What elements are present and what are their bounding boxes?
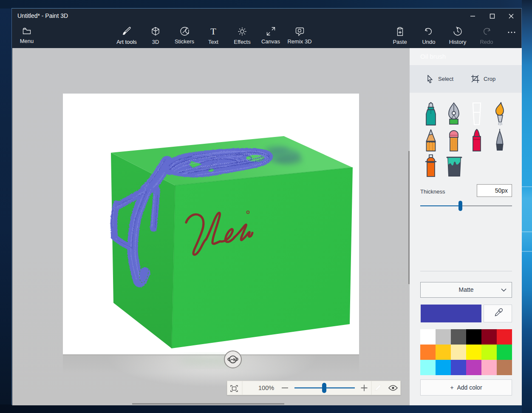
svg-text:100%: 100% <box>258 385 274 391</box>
svg-text:T: T <box>210 26 216 37</box>
